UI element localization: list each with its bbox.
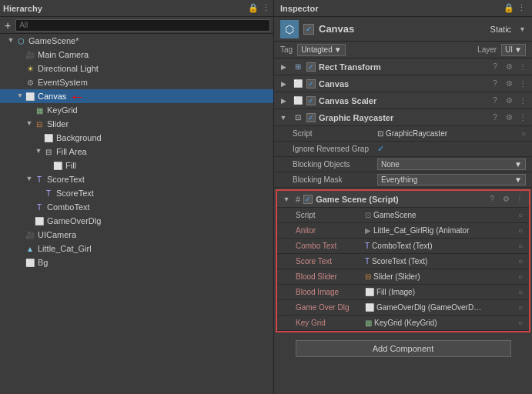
game-scene-script-icon: ⊡	[365, 211, 371, 219]
score-text-icon: T	[365, 257, 370, 265]
hierarchy-add-button[interactable]: +	[3, 19, 12, 32]
raycaster-script-menu[interactable]: ○	[521, 129, 526, 138]
tree-item-background[interactable]: ⬜ Background	[0, 131, 273, 145]
tree-item-keygrid[interactable]: ▦ KeyGrid	[0, 103, 273, 117]
blocking-objects-dropdown[interactable]: None ▼	[377, 159, 526, 170]
inspector-menu-icon[interactable]: ⋮	[517, 3, 526, 13]
raycaster-script-row: Script ⊡ GraphicRaycaster ○	[274, 126, 532, 142]
tree-item-eventsystem[interactable]: ⚙ EventSystem	[0, 75, 273, 89]
rect-transform-settings-btn[interactable]: ⚙	[503, 61, 515, 73]
rect-transform-expand[interactable]: ▶	[277, 61, 289, 73]
graphic-raycaster-expand[interactable]: ▼	[277, 112, 289, 124]
gameoverdlg-arrow	[25, 216, 34, 225]
scoretext-group-label: ScoreText	[47, 175, 85, 184]
graphic-raycaster-checkbox[interactable]: ✓	[306, 113, 316, 122]
inspector-lock-icon[interactable]: 🔒	[504, 3, 514, 13]
tree-item-directionallight[interactable]: ☀ Directional Light	[0, 62, 273, 75]
hierarchy-menu-icon[interactable]: ⋮	[262, 3, 270, 13]
fillarea-icon: ⊟	[43, 146, 54, 157]
hierarchy-lock-icon[interactable]: 🔒	[248, 3, 259, 13]
game-scene-script-menu[interactable]: ○	[518, 211, 523, 219]
blood-slider-menu[interactable]: ○	[518, 272, 523, 281]
uicamera-label: UICamera	[38, 230, 76, 239]
anitor-label: Anitor	[296, 226, 365, 235]
inspector-active-checkbox[interactable]: ✓	[303, 24, 314, 35]
anitor-menu[interactable]: ○	[518, 226, 523, 235]
game-scene-help-btn[interactable]: ?	[486, 193, 498, 205]
fill-label: Fill	[65, 161, 76, 170]
add-component-button[interactable]: Add Component	[296, 340, 511, 357]
tree-item-fill[interactable]: ⬜ Fill	[0, 159, 273, 172]
game-scene-expand[interactable]: ▼	[280, 193, 293, 205]
tree-item-fillarea[interactable]: ⊟ Fill Area	[0, 145, 273, 159]
hierarchy-search-input[interactable]	[15, 19, 270, 32]
canvas-icon: ⬜	[25, 91, 35, 102]
game-scene-scoretext-row: Score Text T ScoreText (Text) ○	[277, 254, 529, 269]
tree-item-combotext[interactable]: T ComboText	[0, 200, 273, 214]
rect-transform-component[interactable]: ▶ ⊞ ✓ Rect Transform ? ⚙ ⋮	[274, 58, 532, 75]
rect-transform-checkbox[interactable]: ✓	[306, 62, 316, 72]
directionallight-arrow	[15, 64, 25, 73]
canvas-expand[interactable]: ▶	[277, 78, 289, 90]
canvas-comp-checkbox[interactable]: ✓	[306, 79, 316, 88]
canvas-help-btn[interactable]: ?	[489, 78, 501, 90]
tree-item-uicamera[interactable]: 🎥 UICamera	[0, 228, 273, 242]
tag-dropdown[interactable]: Untagted ▼	[297, 44, 346, 56]
tree-item-gamescene[interactable]: ⬡ GameScene*	[0, 34, 273, 48]
graphic-raycaster-menu-btn[interactable]: ⋮	[517, 112, 529, 124]
littlecatgirl-arrow	[15, 244, 25, 253]
canvas-scaler-checkbox[interactable]: ✓	[306, 96, 316, 105]
uicamera-arrow	[15, 230, 25, 239]
canvas-settings-btn[interactable]: ⚙	[503, 78, 515, 90]
canvas-comp-icon: ⬜	[293, 78, 303, 89]
graphic-raycaster-component[interactable]: ▼ ⊡ ✓ Graphic Raycaster ? ⚙ ⋮	[274, 109, 532, 126]
graphic-raycaster-settings-btn[interactable]: ⚙	[503, 112, 515, 124]
canvas-comp-actions: ? ⚙ ⋮	[489, 78, 529, 90]
score-text-menu[interactable]: ○	[518, 257, 523, 265]
tree-item-scoretext[interactable]: T ScoreText	[0, 186, 273, 200]
blocking-mask-row: Blocking Mask Everything ▼	[274, 172, 532, 188]
layer-dropdown-arrow: ▼	[514, 45, 522, 54]
combo-text-menu[interactable]: ○	[518, 242, 523, 250]
tree-item-bg[interactable]: ⬜ Bg	[0, 255, 273, 269]
tree-item-scoretext-group[interactable]: T ScoreText	[0, 172, 273, 186]
canvas-scaler-component[interactable]: ▶ ⬜ ✓ Canvas Scaler ? ⚙ ⋮	[274, 92, 532, 109]
blood-image-menu[interactable]: ○	[518, 288, 523, 296]
tree-item-slider[interactable]: ⊟ Slider	[0, 117, 273, 131]
key-grid-menu[interactable]: ○	[518, 319, 523, 327]
blood-image-label: Blood Image	[296, 288, 365, 296]
rect-transform-help-btn[interactable]: ?	[489, 61, 501, 73]
game-scene-script-label: Script	[296, 211, 365, 219]
game-scene-script-section: ▼ # ✓ Game Scene (Script) ? ⚙ ⋮ Script ⊡	[276, 189, 530, 332]
game-scene-header[interactable]: ▼ # ✓ Game Scene (Script) ? ⚙ ⋮	[277, 191, 529, 208]
canvas-scaler-settings-btn[interactable]: ⚙	[503, 95, 515, 107]
canvas-scaler-menu-btn[interactable]: ⋮	[517, 95, 529, 107]
ignore-reversed-value: ✓	[377, 144, 526, 154]
gamescene-arrow	[6, 36, 15, 45]
layer-dropdown[interactable]: UI ▼	[501, 44, 526, 56]
tree-item-maincamera[interactable]: 🎥 Main Camera	[0, 48, 273, 62]
game-over-dlg-menu[interactable]: ○	[518, 303, 523, 312]
canvas-component[interactable]: ▶ ⬜ ✓ Canvas ? ⚙ ⋮	[274, 75, 532, 92]
eventsystem-label: EventSystem	[38, 78, 88, 87]
game-scene-menu-btn[interactable]: ⋮	[514, 193, 526, 205]
inspector-title: Inspector	[280, 4, 319, 13]
bg-label: Bg	[38, 258, 48, 267]
fill-icon: ⬜	[52, 160, 63, 171]
canvas-menu-btn[interactable]: ⋮	[517, 78, 529, 90]
canvas-scaler-help-btn[interactable]: ?	[489, 95, 501, 107]
rect-transform-menu-btn[interactable]: ⋮	[517, 61, 529, 73]
tree-item-canvas[interactable]: ⬜ Canvas ←	[0, 89, 273, 103]
fillarea-arrow	[34, 147, 43, 156]
game-scene-settings-btn[interactable]: ⚙	[500, 193, 512, 205]
camera-icon: 🎥	[25, 49, 35, 60]
graphic-raycaster-help-btn[interactable]: ?	[489, 112, 501, 124]
blocking-mask-dropdown[interactable]: Everything ▼	[377, 174, 526, 185]
tree-item-littlecatgirl[interactable]: ▲ Little_Cat_Girl	[0, 242, 273, 255]
blood-image-icon: ⬜	[365, 288, 374, 296]
inspector-static-dropdown-arrow[interactable]: ▼	[519, 25, 526, 33]
tree-item-gameoverdlg[interactable]: ⬜ GameOverDlg	[0, 214, 273, 228]
canvas-scaler-expand[interactable]: ▶	[277, 95, 289, 107]
eventsystem-icon: ⚙	[25, 77, 35, 88]
game-scene-checkbox[interactable]: ✓	[303, 195, 313, 204]
